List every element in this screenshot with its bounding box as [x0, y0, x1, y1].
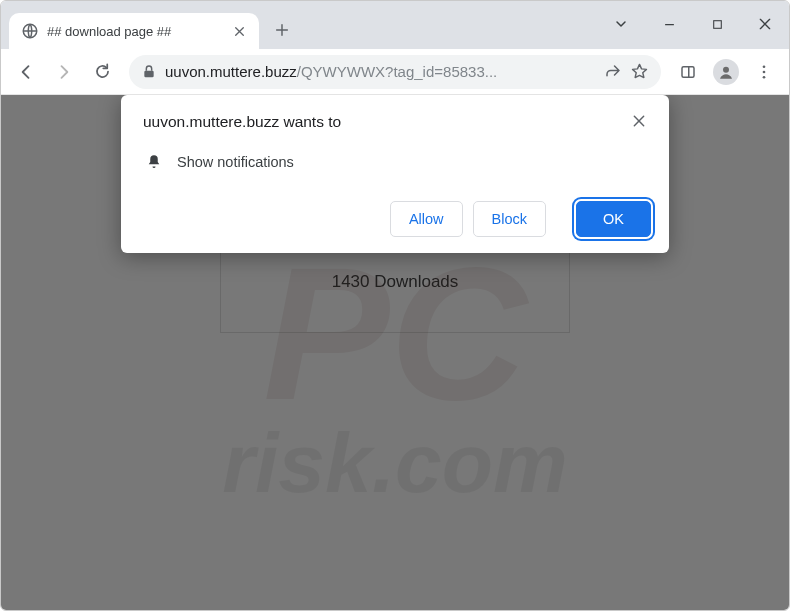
block-button[interactable]: Block	[473, 201, 546, 237]
tab-title: ## download page ##	[47, 24, 223, 39]
browser-tab[interactable]: ## download page ##	[9, 13, 259, 49]
share-icon[interactable]	[604, 63, 622, 81]
dialog-close-button[interactable]	[631, 113, 651, 133]
close-window-button[interactable]	[741, 7, 789, 41]
bell-icon	[145, 153, 163, 171]
svg-rect-2	[144, 70, 153, 77]
svg-rect-1	[713, 20, 721, 28]
avatar-icon	[713, 59, 739, 85]
window-controls	[597, 1, 789, 49]
maximize-button[interactable]	[693, 7, 741, 41]
svg-point-6	[763, 70, 766, 73]
address-bar[interactable]: uuvon.muttere.buzz/QYWYWWX?tag_id=85833.…	[129, 55, 661, 89]
page-content: 1430 Downloads PC risk.com uuvon.muttere…	[1, 95, 789, 610]
globe-icon	[21, 22, 39, 40]
close-tab-button[interactable]	[231, 23, 247, 39]
toolbar: uuvon.muttere.buzz/QYWYWWX?tag_id=85833.…	[1, 49, 789, 95]
svg-point-4	[723, 66, 729, 72]
new-tab-button[interactable]	[267, 15, 297, 45]
bookmark-icon[interactable]	[630, 62, 649, 81]
browser-window: ## download page ##	[0, 0, 790, 611]
allow-button[interactable]: Allow	[390, 201, 463, 237]
menu-button[interactable]	[747, 55, 781, 89]
forward-button[interactable]	[47, 55, 81, 89]
lock-icon	[141, 64, 157, 80]
ok-button[interactable]: OK	[576, 201, 651, 237]
back-button[interactable]	[9, 55, 43, 89]
tab-strip: ## download page ##	[1, 1, 789, 49]
notification-permission-dialog: uuvon.muttere.buzz wants to Show notific…	[121, 95, 669, 253]
url-text: uuvon.muttere.buzz/QYWYWWX?tag_id=85833.…	[165, 63, 596, 80]
reload-button[interactable]	[85, 55, 119, 89]
side-panel-icon[interactable]	[671, 55, 705, 89]
minimize-button[interactable]	[645, 7, 693, 41]
url-host: uuvon.muttere.buzz	[165, 63, 297, 80]
profile-button[interactable]	[709, 55, 743, 89]
dialog-title: uuvon.muttere.buzz wants to	[143, 113, 631, 131]
svg-point-7	[763, 75, 766, 78]
svg-point-5	[763, 65, 766, 68]
dialog-message: Show notifications	[177, 154, 294, 170]
dropdown-icon[interactable]	[597, 7, 645, 41]
url-path: /QYWYWWX?tag_id=85833...	[297, 63, 498, 80]
